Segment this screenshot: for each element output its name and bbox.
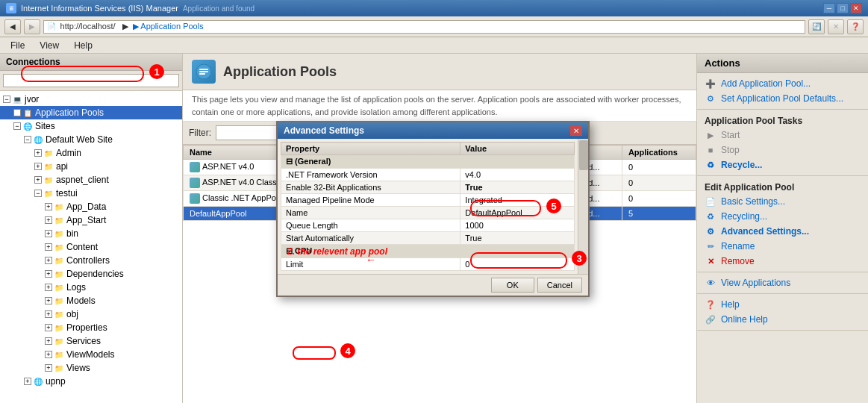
action-item[interactable]: 👁View Applications: [697, 275, 868, 290]
tree-item-icon: 💻: [12, 94, 22, 104]
action-item[interactable]: ♻Recycling...: [697, 209, 868, 224]
dialog-property-row: Enable 32-Bit ApplicationsTrue: [281, 181, 575, 194]
tree-expand-button[interactable]: +: [45, 337, 52, 345]
action-label: Stop: [721, 145, 740, 155]
tree-expand-button[interactable]: +: [45, 216, 52, 224]
action-item[interactable]: ♻Recycle...: [697, 157, 868, 172]
tree-expand-button[interactable]: +: [34, 163, 42, 170]
action-item[interactable]: ✕Remove: [697, 254, 868, 269]
tree-item[interactable]: +📁Logs: [0, 281, 182, 294]
tree-item[interactable]: +📁Admin: [0, 146, 182, 160]
tree-item[interactable]: +📁Content: [0, 240, 182, 254]
action-label: Help: [721, 299, 740, 310]
action-item[interactable]: ❓Help: [697, 297, 868, 312]
tree-item[interactable]: +📁App_Data: [0, 200, 182, 213]
tree-expand-button[interactable]: −: [13, 122, 21, 130]
tree-item[interactable]: +📁bin: [0, 227, 182, 240]
action-item[interactable]: ➕Add Application Pool...: [697, 76, 868, 91]
actions-section: Edit Application Pool📄Basic Settings...♻…: [697, 176, 868, 272]
menu-help[interactable]: Help: [68, 39, 99, 52]
tree-expand-button[interactable]: +: [45, 297, 52, 304]
action-item[interactable]: ✏Rename: [697, 239, 868, 254]
tree-item-icon: 📁: [54, 282, 64, 293]
action-item[interactable]: 🔗Online Help: [697, 312, 868, 327]
dialog-property-row: .NET Framework Versionv4.0: [281, 169, 575, 181]
action-item: ▶Start: [697, 128, 868, 143]
tree-item-icon: 📁: [54, 269, 64, 279]
tree-item[interactable]: +📁Views: [0, 361, 182, 375]
tree-item[interactable]: +📁Services: [0, 334, 182, 348]
dialog-scrollbar[interactable]: [578, 139, 588, 274]
tree-item[interactable]: −📁testui: [0, 187, 182, 200]
dialog-property-row: NameDefaultAppPool: [281, 207, 575, 219]
minimize-button[interactable]: ─: [823, 3, 835, 13]
tree-item[interactable]: +📁Dependencies: [0, 267, 182, 281]
tree-item-icon: 📁: [43, 175, 54, 185]
tree-item[interactable]: −🌐Default Web Site: [0, 133, 182, 146]
tree-item[interactable]: +📁App_Start: [0, 213, 182, 227]
tree-item[interactable]: +📁api: [0, 160, 182, 173]
refresh-button[interactable]: 🔄: [808, 19, 825, 34]
tree-item[interactable]: +📁Controllers: [0, 254, 182, 267]
tree-item-label: Default Web Site: [46, 134, 113, 145]
dialog-property-value: DefaultAppPool: [460, 207, 575, 219]
address-path: ▶ Application Pools: [133, 22, 204, 31]
tree-item-icon: 📁: [54, 336, 64, 346]
action-icon: ✕: [705, 255, 716, 267]
tree-expand-button[interactable]: +: [45, 203, 52, 210]
tree-expand-button[interactable]: +: [45, 284, 52, 291]
tree-expand-button[interactable]: +: [34, 149, 42, 157]
tree-expand-button[interactable]: +: [45, 310, 52, 318]
tree-item[interactable]: +📋Application Pools: [0, 106, 182, 119]
tree-item[interactable]: +🌐upnp: [0, 375, 182, 388]
action-item[interactable]: ⚙Set Application Pool Defaults...: [697, 91, 868, 106]
tree-item[interactable]: +📁obj: [0, 307, 182, 321]
action-item[interactable]: ⚙Advanced Settings...: [697, 224, 868, 239]
tree-item[interactable]: −🌐Sites: [0, 119, 182, 133]
stop-button[interactable]: ✕: [828, 19, 844, 34]
dialog-property-name: Queue Length: [281, 219, 460, 232]
tree-expand-button[interactable]: +: [24, 378, 31, 385]
tree-item[interactable]: +📁ViewModels: [0, 348, 182, 361]
tree-item-icon: 🌐: [33, 376, 43, 387]
dialog-close-button[interactable]: ✕: [570, 125, 582, 136]
maximize-button[interactable]: □: [837, 3, 849, 13]
tree-expand-button[interactable]: +: [45, 324, 52, 331]
dialog-cancel-button[interactable]: Cancel: [537, 278, 582, 293]
tree-expand-button[interactable]: +: [45, 257, 52, 264]
tree-item-label: Sites: [35, 121, 55, 131]
back-button[interactable]: ◀: [4, 19, 21, 34]
tree-expand-button[interactable]: +: [13, 109, 21, 116]
connections-search[interactable]: [3, 74, 179, 87]
tree-expand-button[interactable]: +: [45, 364, 52, 372]
dialog-section-row: ⊟ (General): [281, 155, 575, 169]
table-header-applications[interactable]: Applications: [622, 146, 696, 160]
action-item[interactable]: 📄Basic Settings...: [697, 194, 868, 209]
close-button[interactable]: ✕: [850, 3, 862, 13]
menu-file[interactable]: File: [4, 39, 31, 52]
tree-expand-button[interactable]: −: [3, 96, 10, 103]
address-input[interactable]: 📄 http://localhost/ ▶ ▶ Application Pool…: [43, 20, 805, 34]
tree-item[interactable]: +📁aspnet_client: [0, 173, 182, 187]
tree-item-label: Views: [66, 363, 90, 373]
tree-expand-button[interactable]: −: [24, 136, 31, 143]
tree-expand-button[interactable]: +: [45, 230, 52, 237]
dialog-property-row: Managed Pipeline ModeIntegrated: [281, 194, 575, 207]
dialog-scroll-thumb[interactable]: [579, 140, 588, 170]
tree-item[interactable]: +📁Properties: [0, 321, 182, 334]
menu-view[interactable]: View: [34, 39, 65, 52]
tree-expand-button[interactable]: +: [45, 351, 52, 358]
actions-panel: Actions ➕Add Application Pool...⚙Set App…: [696, 54, 868, 403]
tree-expand-button[interactable]: +: [34, 176, 42, 184]
dialog-property-name: Limit: [281, 258, 460, 271]
forward-button[interactable]: ▶: [24, 19, 40, 34]
tree-item[interactable]: −💻jvor: [0, 93, 182, 106]
tree-expand-button[interactable]: −: [34, 190, 42, 197]
tree-expand-button[interactable]: +: [45, 243, 52, 251]
dialog-ok-button[interactable]: OK: [491, 278, 534, 293]
tree-item[interactable]: +📁Models: [0, 294, 182, 307]
tree-item-icon: 📁: [54, 322, 64, 333]
tree-expand-button[interactable]: +: [45, 270, 52, 278]
table-cell: 0: [622, 160, 696, 175]
help-button[interactable]: ❓: [847, 19, 864, 34]
